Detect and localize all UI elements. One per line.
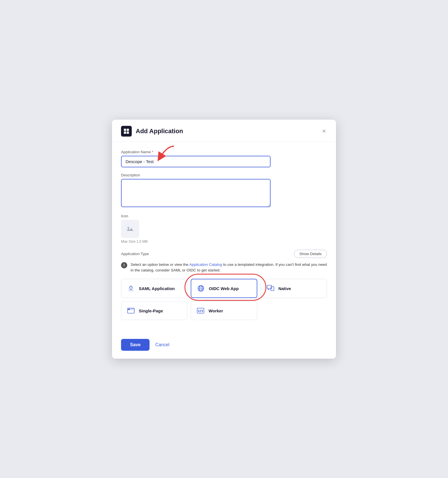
info-icon: ! [121,262,127,268]
monitor-icon [266,284,275,293]
svg-point-7 [130,289,131,290]
globe-icon [196,284,205,293]
app-type-header: Application Type Show Details [121,250,327,258]
svg-rect-19 [128,309,130,310]
spa-label: Single-Page [139,308,163,313]
svg-rect-2 [124,131,126,134]
svg-line-21 [200,310,201,312]
show-details-button[interactable]: Show Details [294,250,327,258]
required-star: * [152,150,153,154]
browser-icon [126,306,135,315]
saml-label: SAML Application [139,286,175,291]
description-group: Description [121,173,327,208]
save-button[interactable]: Save [121,339,150,351]
native-label: Native [278,286,291,291]
lock-icon [126,284,135,293]
app-type-saml[interactable]: SAML Application [121,279,187,298]
modal-header: Add Application × [112,120,336,142]
code-icon [196,306,205,315]
app-type-grid: SAML Application OIDC Web A [121,279,327,320]
modal-footer: Save Cancel [112,332,336,359]
app-name-label: Application Name * [121,150,327,154]
app-type-native[interactable]: Native [261,279,327,298]
app-type-label: Application Type [121,252,149,256]
svg-rect-0 [124,129,126,131]
info-text: Select an option below or view the Appli… [131,262,327,273]
app-name-group: Application Name * [121,150,327,167]
modal-body: Application Name * Description Icon Max … [112,142,336,326]
svg-rect-1 [127,129,129,131]
app-icon-box [121,126,132,137]
app-type-oidc[interactable]: OIDC Web App [191,279,257,298]
app-type-worker[interactable]: Worker [191,301,257,320]
svg-point-5 [128,227,129,229]
info-box: ! Select an option below or view the App… [121,262,327,273]
modal-header-left: Add Application [121,126,183,137]
icon-upload-box[interactable] [121,220,139,238]
add-application-modal: Add Application × Application Name * [112,120,336,359]
app-name-input[interactable] [121,156,271,167]
close-button[interactable]: × [321,127,327,135]
svg-rect-3 [127,131,129,134]
icon-group: Icon Max Size 1.0 MB [121,214,327,244]
cancel-button[interactable]: Cancel [155,342,169,347]
oidc-card-wrapper: OIDC Web App [191,279,257,298]
description-label: Description [121,173,327,177]
oidc-label: OIDC Web App [209,286,239,291]
max-size-text: Max Size 1.0 MB [121,240,327,244]
application-catalog-link[interactable]: Application Catalog [189,262,222,267]
icon-label: Icon [121,214,327,218]
description-textarea[interactable] [121,179,271,207]
app-type-spa[interactable]: Single-Page [121,301,187,320]
modal-title: Add Application [136,128,183,135]
worker-label: Worker [208,308,223,313]
